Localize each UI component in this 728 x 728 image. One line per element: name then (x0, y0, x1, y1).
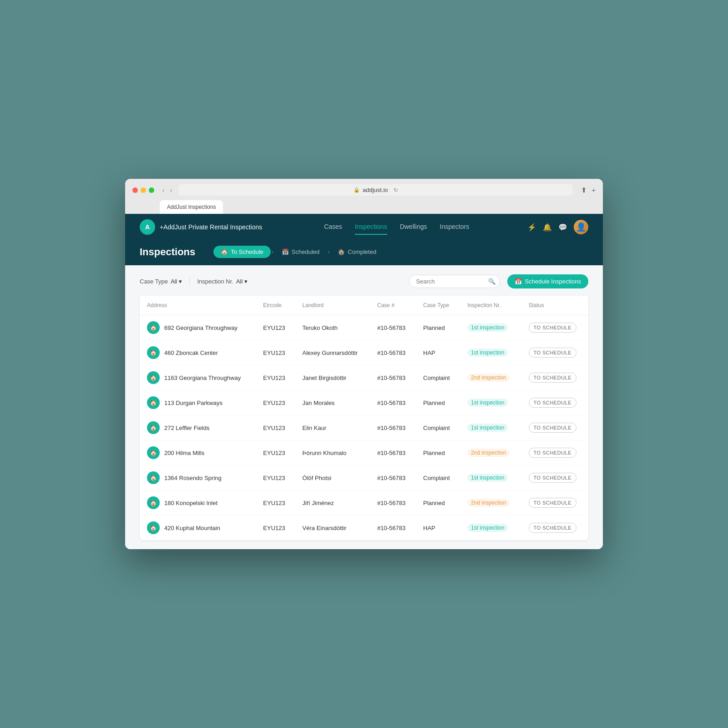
home-icon-6: 🏠 (147, 471, 160, 484)
table-row[interactable]: 🏠 420 Kuphal Mountain EYU123 Véra Einars… (140, 516, 588, 541)
cell-status-3: TO SCHEDULE (521, 390, 589, 415)
table-row[interactable]: 🏠 460 Zboncak Center EYU123 Alexey Gunna… (140, 340, 588, 365)
schedule-inspections-button[interactable]: 📅 Schedule Inspections (507, 274, 588, 288)
tab-title: AddJust Inspections (167, 204, 216, 210)
step-to-schedule[interactable]: 🏠 To Schedule (213, 246, 271, 258)
cell-inspection-nr-6: 1st inspection (460, 465, 521, 490)
col-status: Status (521, 296, 589, 315)
search-input[interactable] (409, 275, 500, 288)
inspection-badge-0: 1st inspection (467, 324, 508, 332)
minimize-dot[interactable] (141, 187, 146, 193)
share-button[interactable]: ⬆ (581, 186, 587, 194)
cell-landlord-3: Jan Morales (295, 390, 370, 415)
nav-cases[interactable]: Cases (324, 219, 342, 235)
inspection-badge-2: 2nd inspection (467, 374, 510, 382)
browser-chrome: ‹ › 🔒 addjust.io ↻ ⬆ + AddJust Inspectio… (125, 179, 603, 214)
nav-inspections[interactable]: Inspections (355, 219, 387, 235)
sub-header: Inspections 🏠 To Schedule › 📅 Scheduled … (125, 240, 603, 265)
table-row[interactable]: 🏠 692 Georgiana Throughway EYU123 Teruko… (140, 315, 588, 340)
status-badge-2: TO SCHEDULE (529, 373, 577, 383)
inspection-badge-8: 1st inspection (467, 524, 508, 532)
cell-eircode-8: EYU123 (256, 516, 295, 541)
col-case-type: Case Type (416, 296, 460, 315)
status-badge-1: TO SCHEDULE (529, 348, 577, 358)
home-icon-5: 🏠 (147, 446, 160, 459)
back-button[interactable]: ‹ (161, 186, 167, 195)
inspection-badge-1: 1st inspection (467, 349, 508, 357)
search-icon[interactable]: 🔍 (488, 278, 495, 285)
browser-tab[interactable]: AddJust Inspections (160, 200, 223, 214)
refresh-icon[interactable]: ↻ (394, 187, 398, 193)
logo-icon: A (140, 219, 155, 235)
table-row[interactable]: 🏠 272 Leffler Fields EYU123 Elin Kaur #1… (140, 415, 588, 440)
table-row[interactable]: 🏠 180 Konopelski Inlet EYU123 Jiří Jimén… (140, 490, 588, 516)
home-icon-8: 🏠 (147, 521, 160, 534)
close-dot[interactable] (132, 187, 138, 193)
lock-icon: 🔒 (354, 187, 360, 193)
cell-case-nr-7: #10-56783 (370, 490, 416, 516)
cell-landlord-6: Ólöf Photsi (295, 465, 370, 490)
schedule-btn-icon: 📅 (515, 278, 522, 285)
forward-button[interactable]: › (168, 186, 174, 195)
cell-landlord-5: Þórunn Khumalo (295, 440, 370, 465)
table-body: 🏠 692 Georgiana Throughway EYU123 Teruko… (140, 315, 588, 541)
home-icon-7: 🏠 (147, 496, 160, 509)
cell-case-nr-0: #10-56783 (370, 315, 416, 340)
inspection-badge-3: 1st inspection (467, 399, 508, 407)
maximize-dot[interactable] (149, 187, 154, 193)
bell-icon[interactable]: 🔔 (543, 223, 552, 232)
cell-case-type-4: Complaint (416, 415, 460, 440)
cell-eircode-1: EYU123 (256, 340, 295, 365)
step-completed[interactable]: 🏠 Completed (330, 246, 384, 258)
address-bar[interactable]: 🔒 addjust.io ↻ (178, 184, 573, 196)
table-row[interactable]: 🏠 1163 Georgiana Throughway EYU123 Janet… (140, 365, 588, 390)
home-icon-3: 🏠 (147, 396, 160, 409)
cell-status-1: TO SCHEDULE (521, 340, 589, 365)
inspection-badge-5: 2nd inspection (467, 449, 510, 457)
cell-eircode-2: EYU123 (256, 365, 295, 390)
nav-inspectors[interactable]: Inspectors (440, 219, 470, 235)
cell-case-type-8: HAP (416, 516, 460, 541)
content-area: Case Type All ▾ Inspection Nr. All ▾ (125, 265, 603, 549)
cell-inspection-nr-5: 2nd inspection (460, 440, 521, 465)
case-type-label: Case Type (140, 278, 168, 285)
inspections-table: Address Eircode Landlord Case # Case Typ… (140, 296, 588, 540)
cell-address-1: 🏠 460 Zboncak Center (140, 340, 256, 365)
cell-case-type-5: Planned (416, 440, 460, 465)
home-icon-1: 🏠 (147, 346, 160, 359)
cell-inspection-nr-4: 1st inspection (460, 415, 521, 440)
cell-inspection-nr-1: 1st inspection (460, 340, 521, 365)
schedule-btn-label: Schedule Inspections (525, 278, 581, 285)
chat-icon[interactable]: 💬 (558, 223, 567, 232)
cell-eircode-4: EYU123 (256, 415, 295, 440)
cell-eircode-0: EYU123 (256, 315, 295, 340)
cell-eircode-7: EYU123 (256, 490, 295, 516)
table-row[interactable]: 🏠 113 Durgan Parkways EYU123 Jan Morales… (140, 390, 588, 415)
cell-case-type-7: Planned (416, 490, 460, 516)
inspection-nr-select[interactable]: All ▾ (236, 278, 248, 285)
table-row[interactable]: 🏠 1364 Rosendo Spring EYU123 Ólöf Photsi… (140, 465, 588, 490)
search-box: 🔍 (409, 275, 500, 288)
cell-case-nr-8: #10-56783 (370, 516, 416, 541)
case-type-chevron: ▾ (179, 278, 182, 285)
step-scheduled[interactable]: 📅 Scheduled (274, 246, 327, 258)
lightning-icon[interactable]: ⚡ (527, 223, 536, 232)
cell-case-type-2: Complaint (416, 365, 460, 390)
nav-dwellings[interactable]: Dwellings (400, 219, 427, 235)
home-icon-4: 🏠 (147, 421, 160, 434)
new-tab-button[interactable]: + (592, 186, 596, 194)
case-type-filter: Case Type All ▾ (140, 278, 182, 285)
cell-status-7: TO SCHEDULE (521, 490, 589, 516)
cell-address-5: 🏠 200 Hilma Mills (140, 440, 256, 465)
cell-status-5: TO SCHEDULE (521, 440, 589, 465)
status-badge-6: TO SCHEDULE (529, 473, 577, 483)
case-type-select[interactable]: All ▾ (171, 278, 182, 285)
logo-text: +AddJust Private Rental Inspections (160, 223, 262, 231)
step-scheduled-label: Scheduled (292, 248, 319, 255)
table-row[interactable]: 🏠 200 Hilma Mills EYU123 Þórunn Khumalo … (140, 440, 588, 465)
filter-divider-1 (189, 277, 190, 286)
status-badge-7: TO SCHEDULE (529, 498, 577, 508)
cell-case-type-0: Planned (416, 315, 460, 340)
avatar[interactable]: 👤 (574, 220, 588, 234)
cell-address-0: 🏠 692 Georgiana Throughway (140, 315, 256, 340)
